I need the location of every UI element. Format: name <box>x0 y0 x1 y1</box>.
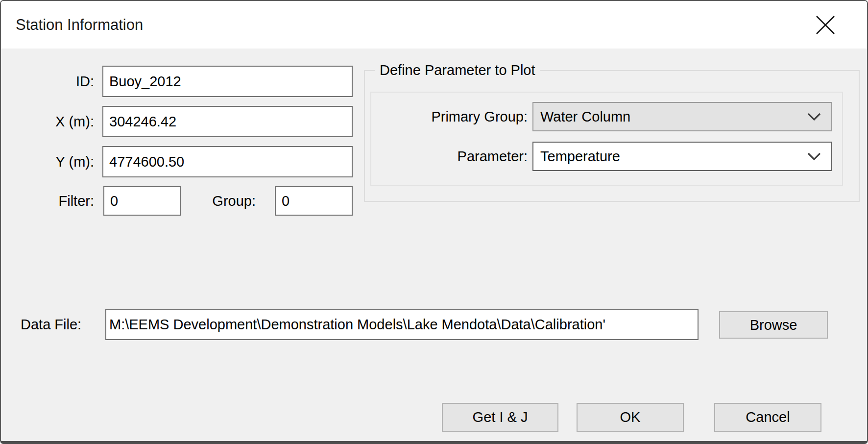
group-input[interactable] <box>275 186 353 216</box>
y-label: Y (m): <box>21 146 94 177</box>
id-label: ID: <box>21 66 94 97</box>
primary-group-select[interactable]: Water Column <box>532 102 832 131</box>
close-button[interactable] <box>809 9 842 41</box>
title-bar: Station Information <box>1 1 867 49</box>
dialog-title: Station Information <box>16 1 143 49</box>
parameter-label: Parameter: <box>373 142 528 171</box>
ok-button[interactable]: OK <box>577 403 684 432</box>
define-parameter-groupbox: Define Parameter to Plot <box>364 70 860 202</box>
filter-label: Filter: <box>21 186 94 216</box>
chevron-down-icon <box>807 152 821 161</box>
primary-group-label: Primary Group: <box>373 102 528 131</box>
x-input[interactable] <box>102 106 353 137</box>
parameter-value: Temperature <box>540 148 620 165</box>
group-label: Group: <box>182 186 256 216</box>
chevron-down-icon <box>807 112 821 121</box>
x-label: X (m): <box>21 106 94 137</box>
id-input[interactable] <box>102 66 353 97</box>
define-parameter-groupbox-title: Define Parameter to Plot <box>375 62 540 78</box>
cancel-button[interactable]: Cancel <box>714 403 821 432</box>
data-file-label: Data File: <box>21 309 99 340</box>
filter-input[interactable] <box>103 186 181 216</box>
y-input[interactable] <box>102 146 353 177</box>
get-i-and-j-button[interactable]: Get I & J <box>442 403 558 432</box>
station-information-dialog: Station Information ID: X (m): Y (m): Fi… <box>0 0 868 444</box>
parameter-select[interactable]: Temperature <box>532 142 832 171</box>
close-icon <box>815 15 836 35</box>
primary-group-value: Water Column <box>540 109 630 125</box>
browse-button[interactable]: Browse <box>719 311 828 339</box>
data-file-input[interactable] <box>105 309 699 340</box>
